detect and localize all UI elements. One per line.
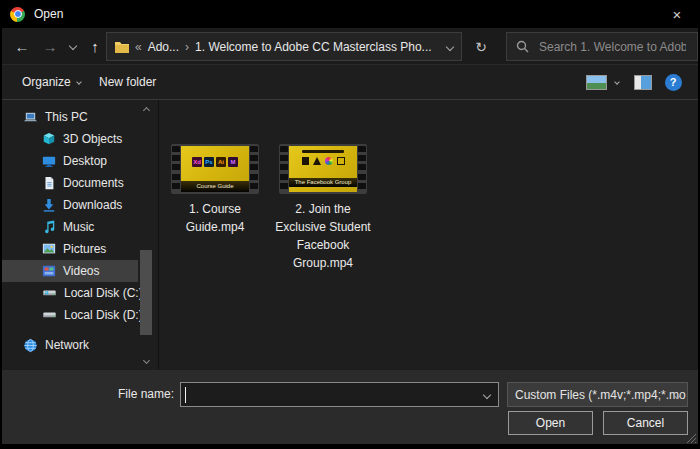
- sidebar-item-label: This PC: [45, 110, 88, 124]
- new-folder-button[interactable]: New folder: [99, 65, 156, 99]
- breadcrumb-root[interactable]: Ado...: [148, 40, 179, 54]
- close-button[interactable]: ×: [654, 0, 700, 28]
- back-button[interactable]: ←: [8, 28, 36, 64]
- breadcrumb-separator: ›: [185, 40, 189, 54]
- help-icon: ?: [665, 74, 682, 91]
- refresh-button[interactable]: ↻: [464, 32, 498, 61]
- chevron-down-icon[interactable]: [483, 391, 491, 399]
- recent-locations-button[interactable]: [64, 28, 82, 64]
- triangle-icon: [313, 157, 321, 165]
- sidebar-item-label: Videos: [63, 264, 99, 278]
- disk-d-icon: [42, 308, 57, 322]
- file-name-label: 1. Course Guide.mp4: [179, 200, 251, 236]
- filmstrip-holes-icon: [172, 146, 180, 192]
- ps-app-icon: Ps: [204, 157, 214, 167]
- square-icon: [302, 157, 309, 165]
- preview-pane-button[interactable]: [633, 65, 653, 99]
- filmstrip-holes-icon: [358, 146, 366, 192]
- sidebar-item-videos[interactable]: Videos: [2, 260, 138, 282]
- help-button[interactable]: ?: [663, 65, 683, 99]
- sidebar-item-pictures[interactable]: Pictures: [2, 238, 138, 260]
- forward-button[interactable]: →: [36, 28, 64, 64]
- folder-icon: [115, 41, 129, 53]
- sidebar-item-downloads[interactable]: Downloads: [2, 194, 138, 216]
- open-button[interactable]: Open: [508, 411, 593, 435]
- network-globe-icon: [23, 338, 38, 353]
- views-button[interactable]: [584, 65, 608, 99]
- cancel-button-label: Cancel: [627, 416, 664, 430]
- sidebar-item-label: Music: [63, 220, 94, 234]
- window-icon: [337, 157, 345, 165]
- chevron-up-icon: [142, 106, 149, 113]
- sidebar-item-local-disk-d[interactable]: Local Disk (D:): [2, 304, 138, 326]
- sidebar-item-music[interactable]: Music: [2, 216, 138, 238]
- color-wheel-icon: [325, 157, 333, 165]
- document-icon: [42, 176, 56, 190]
- adobe-app-tiles: Xd Ps Ai M: [181, 157, 249, 167]
- cube-icon: [42, 132, 56, 146]
- sidebar-item-label: Downloads: [63, 198, 122, 212]
- content-area: This PC 3D Objects Desktop Documents Dow…: [2, 100, 698, 370]
- file-list-area[interactable]: Xd Ps Ai M Course Guide 1. Course Guide.…: [158, 100, 698, 370]
- breadcrumb-current[interactable]: 1. Welcome to Adobe CC Masterclass Pho..…: [195, 40, 432, 54]
- scrollbar-thumb[interactable]: [140, 250, 152, 335]
- sidebar-item-desktop[interactable]: Desktop: [2, 150, 138, 172]
- address-dropdown-icon[interactable]: [446, 42, 454, 50]
- search-box[interactable]: [506, 32, 698, 61]
- up-button[interactable]: ↑: [82, 28, 108, 64]
- scroll-up-button[interactable]: [138, 102, 154, 118]
- filmstrip-holes-icon: [280, 146, 288, 192]
- ai-app-icon: Ai: [216, 157, 226, 167]
- file-type-value: Custom Files (*.m4v;*.mp4;*.mo: [515, 388, 686, 402]
- sidebar-item-label: Local Disk (C:): [64, 286, 143, 300]
- sidebar-item-this-pc[interactable]: This PC: [2, 106, 138, 128]
- disk-c-icon: [42, 286, 57, 300]
- video-thumbnail: Xd Ps Ai M Course Guide: [171, 144, 259, 194]
- file-type-select[interactable]: Custom Files (*.m4v;*.mp4;*.mo: [507, 382, 688, 407]
- video-icon: [42, 264, 56, 278]
- sidebar-item-label: 3D Objects: [63, 132, 122, 146]
- command-toolbar: Organize New folder ?: [2, 65, 698, 100]
- picture-icon: [42, 242, 56, 256]
- thumbnails-view-icon: [586, 75, 607, 90]
- search-icon: [516, 40, 529, 53]
- views-dropdown-button[interactable]: [610, 65, 624, 99]
- breadcrumb-overflow[interactable]: «: [135, 40, 142, 54]
- file-name-combobox[interactable]: [180, 382, 499, 407]
- thumbnail-frame: The Facebook Group: [289, 146, 357, 192]
- sidebar-item-local-disk-c[interactable]: Local Disk (C:): [2, 282, 138, 304]
- sidebar-item-network[interactable]: Network: [2, 334, 138, 356]
- file-name-field-label: File name:: [2, 387, 174, 401]
- download-arrow-icon: [42, 198, 56, 212]
- cancel-button[interactable]: Cancel: [603, 411, 688, 435]
- sidebar-item-label: Pictures: [63, 242, 106, 256]
- open-dialog-window: Open × ← → ↑ « Ado... › 1. Welcome to Ad…: [0, 0, 700, 449]
- chevron-down-icon: [142, 356, 149, 363]
- address-bar[interactable]: « Ado... › 1. Welcome to Adobe CC Master…: [106, 32, 462, 61]
- dialog-footer: File name: Custom Files (*.m4v;*.mp4;*.m…: [2, 370, 698, 444]
- sidebar-item-label: Local Disk (D:): [64, 308, 143, 322]
- file-name-label: 2. Join the Exclusive Student Facebook G…: [271, 200, 375, 272]
- resize-grip[interactable]: [686, 433, 696, 443]
- sidebar-item-3d-objects[interactable]: 3D Objects: [2, 128, 138, 150]
- thumbnail-title-bar: [302, 150, 344, 153]
- organize-label: Organize: [22, 75, 71, 89]
- thumbnail-frame: Xd Ps Ai M Course Guide: [181, 146, 249, 192]
- sidebar-item-documents[interactable]: Documents: [2, 172, 138, 194]
- file-name-input[interactable]: [185, 387, 476, 403]
- search-input[interactable]: [537, 39, 688, 55]
- thumbnail-caption: The Facebook Group: [289, 178, 357, 187]
- file-item-course-guide[interactable]: Xd Ps Ai M Course Guide 1. Course Guide.…: [171, 144, 259, 236]
- open-button-label: Open: [536, 416, 565, 430]
- sidebar-scrollbar[interactable]: [138, 100, 154, 370]
- navigation-pane: This PC 3D Objects Desktop Documents Dow…: [2, 100, 157, 370]
- video-thumbnail: The Facebook Group: [279, 144, 367, 194]
- file-item-facebook-group[interactable]: The Facebook Group 2. Join the Exclusive…: [279, 144, 367, 272]
- filmstrip-holes-icon: [250, 146, 258, 192]
- m-app-icon: M: [228, 157, 238, 167]
- organize-button[interactable]: Organize: [22, 65, 81, 99]
- thumbnail-icons: [289, 157, 357, 165]
- text-caret: [185, 387, 186, 403]
- scroll-down-button[interactable]: [138, 352, 154, 368]
- window-title: Open: [34, 7, 63, 21]
